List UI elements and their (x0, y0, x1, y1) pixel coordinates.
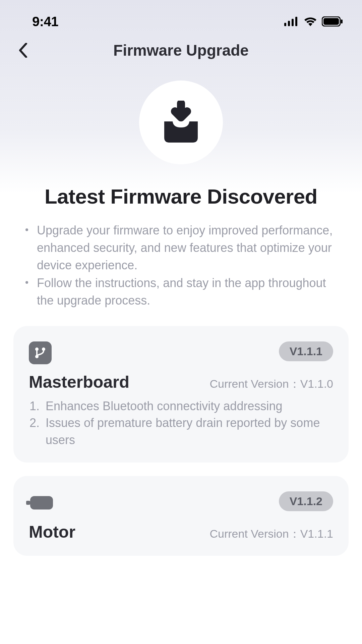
nav-bar: Firmware Upgrade (0, 34, 362, 67)
chevron-left-icon (19, 43, 28, 58)
changelog-item: Enhances Bluetooth connectivity addressi… (29, 398, 333, 415)
component-name: Motor (29, 522, 75, 542)
svg-rect-2 (292, 19, 294, 26)
current-version-label: Current Version：V1.1.0 (209, 376, 333, 392)
svg-rect-5 (323, 18, 339, 25)
hero-icon-circle (139, 80, 223, 164)
status-icons (284, 16, 343, 26)
svg-rect-1 (288, 21, 290, 26)
card-masterboard[interactable]: V1.1.1 Masterboard Current Version：V1.1.… (13, 326, 349, 463)
masterboard-icon (29, 341, 52, 364)
hero-icon-wrap (0, 80, 362, 164)
download-icon (159, 101, 203, 144)
component-name: Masterboard (29, 372, 129, 392)
status-bar: 9:41 (0, 0, 362, 34)
new-version-badge: V1.1.2 (279, 491, 333, 511)
cellular-icon (284, 17, 299, 26)
current-version-label: Current Version：V1.1.1 (209, 526, 333, 542)
note-item: Upgrade your firmware to enjoy improved … (23, 222, 339, 274)
page-title: Firmware Upgrade (113, 41, 249, 59)
card-motor[interactable]: V1.1.2 Motor Current Version：V1.1.1 (13, 476, 349, 556)
new-version-badge: V1.1.1 (279, 341, 333, 361)
svg-rect-0 (284, 23, 286, 26)
wifi-icon (304, 17, 317, 26)
back-button[interactable] (13, 40, 34, 60)
changelog-list: Enhances Bluetooth connectivity addressi… (29, 398, 333, 448)
main-heading: Latest Firmware Discovered (0, 184, 362, 208)
svg-rect-3 (295, 17, 297, 26)
branch-icon (34, 346, 47, 360)
note-item: Follow the instructions, and stay in the… (23, 274, 339, 309)
battery-icon (322, 16, 343, 26)
status-time: 9:41 (32, 14, 58, 29)
svg-rect-6 (341, 19, 343, 23)
changelog-item: Issues of premature battery drain report… (29, 415, 333, 448)
notes-list: Upgrade your firmware to enjoy improved … (0, 222, 362, 309)
motor-icon (29, 491, 53, 514)
cards-container: V1.1.1 Masterboard Current Version：V1.1.… (0, 326, 362, 556)
